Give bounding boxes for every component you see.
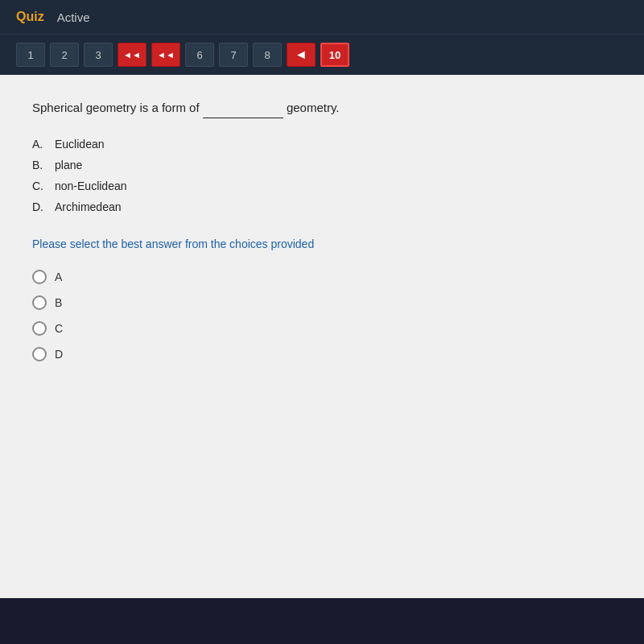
radio-label-A: A xyxy=(55,270,62,283)
question-text: Spherical geometry is a form of geometry… xyxy=(32,99,612,118)
active-status: Active xyxy=(57,10,90,24)
radio-options: A B C D xyxy=(32,270,612,361)
radio-option-B[interactable]: B xyxy=(32,295,612,310)
nav-button-10-9[interactable]: 10 xyxy=(320,43,349,67)
choices-list: A.EuclideanB.planeC.non-EuclideanD.Archi… xyxy=(32,138,612,213)
choice-text-0: Euclidean xyxy=(55,138,105,151)
radio-circle-A[interactable] xyxy=(32,270,47,284)
question-text-after: geometry. xyxy=(287,101,340,114)
choice-text-2: non-Euclidean xyxy=(55,180,127,192)
choice-item-1: B.plane xyxy=(32,159,612,171)
choice-text-1: plane xyxy=(55,159,82,171)
quiz-label: Quiz xyxy=(16,10,44,24)
choice-item-0: A.Euclidean xyxy=(32,138,612,151)
nav-button-7-6[interactable]: 7 xyxy=(219,43,248,67)
radio-circle-D[interactable] xyxy=(32,347,47,361)
question-blank xyxy=(203,99,283,118)
nav-button-8-7[interactable]: 8 xyxy=(253,43,282,67)
radio-label-B: B xyxy=(55,296,62,309)
choice-letter-2: C. xyxy=(32,180,48,192)
choice-letter-3: D. xyxy=(32,200,48,213)
nav-button--8[interactable]: ◄ xyxy=(287,43,316,67)
nav-button--3[interactable]: ◄◄ xyxy=(118,43,147,67)
radio-option-A[interactable]: A xyxy=(32,270,612,284)
main-content: Spherical geometry is a form of geometry… xyxy=(0,75,644,598)
nav-bar: 123◄◄◄◄678◄10 xyxy=(0,35,644,75)
radio-circle-C[interactable] xyxy=(32,321,47,336)
nav-button-2-1[interactable]: 2 xyxy=(50,43,79,67)
choice-text-3: Archimedean xyxy=(55,200,122,213)
nav-button-6-5[interactable]: 6 xyxy=(185,43,214,67)
radio-label-D: D xyxy=(55,348,63,361)
radio-option-C[interactable]: C xyxy=(32,321,612,336)
nav-button-1-0[interactable]: 1 xyxy=(16,43,45,67)
instruction-text: Please select the best answer from the c… xyxy=(32,237,612,250)
choice-letter-1: B. xyxy=(32,159,48,171)
header-bar: Quiz Active xyxy=(0,0,644,35)
radio-option-D[interactable]: D xyxy=(32,347,612,361)
choice-item-3: D.Archimedean xyxy=(32,200,612,213)
choice-letter-0: A. xyxy=(32,138,48,151)
radio-circle-B[interactable] xyxy=(32,295,47,310)
choice-item-2: C.non-Euclidean xyxy=(32,180,612,192)
question-text-before: Spherical geometry is a form of xyxy=(32,101,200,114)
radio-label-C: C xyxy=(55,322,63,335)
nav-button--4[interactable]: ◄◄ xyxy=(151,43,180,67)
nav-button-3-2[interactable]: 3 xyxy=(84,43,113,67)
